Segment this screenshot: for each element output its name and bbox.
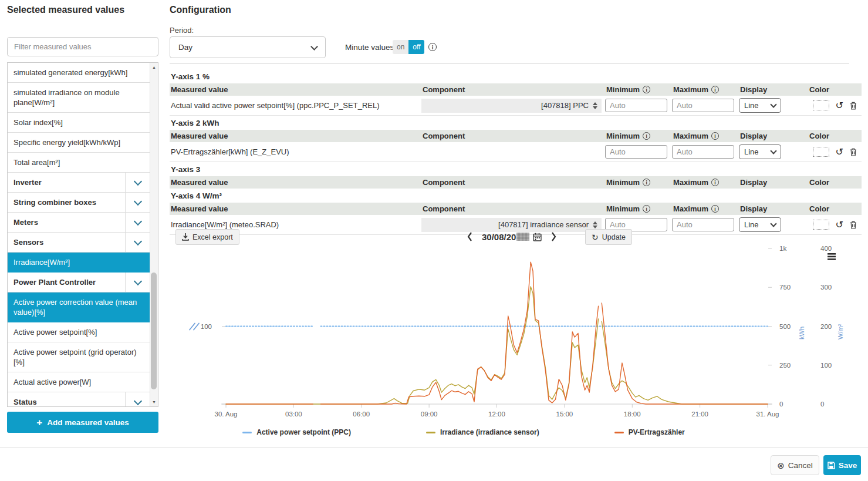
sidebar-item-simulated-generated-energy-kwh[interactable]: simulated generated energy[kWh] — [8, 63, 150, 83]
excel-export-button[interactable]: Excel export — [175, 229, 239, 245]
legend-label: PV-Ertragszähler — [629, 428, 685, 436]
expand-toggle[interactable] — [125, 213, 150, 232]
info-icon[interactable]: i — [711, 86, 719, 93]
sidebar-item-meters[interactable]: Meters — [8, 213, 150, 233]
filter-measured-values-input[interactable] — [7, 37, 158, 56]
plus-icon: + — [36, 418, 42, 428]
display-select[interactable]: Line — [739, 98, 781, 113]
col-component: Component — [421, 178, 605, 187]
delete-row-icon[interactable] — [850, 102, 857, 110]
reset-color-icon[interactable]: ↺ — [836, 147, 843, 157]
next-day-icon[interactable] — [550, 231, 557, 242]
save-button[interactable]: Save — [823, 455, 861, 475]
sidebar-item-active-power-setpoint-grid-operator[interactable]: Active power setpoint (grid operator)[%] — [8, 342, 150, 372]
expand-toggle[interactable] — [125, 173, 150, 192]
minimum-input[interactable] — [605, 145, 667, 159]
updown-icon — [593, 102, 597, 109]
kwh-tick-label: 1k — [779, 245, 786, 252]
toggle-on-option[interactable]: on — [393, 40, 408, 54]
reset-color-icon[interactable]: ↺ — [836, 101, 843, 110]
minute-values-toggle[interactable]: on off — [393, 40, 424, 54]
scrollbar-thumb[interactable] — [151, 273, 157, 389]
maximum-input[interactable] — [672, 218, 734, 231]
sidebar-item-specific-energy-yield-kwh-kwp[interactable]: Specific energy yield[kWh/kWp] — [8, 133, 150, 153]
color-swatch[interactable] — [813, 220, 829, 230]
update-button[interactable]: ↻ Update — [585, 229, 632, 245]
chevron-down-icon — [134, 217, 142, 226]
update-label: Update — [602, 233, 626, 241]
sidebar-item-simulated-irradiance-on-module-plane-w-m[interactable]: simulated irradiance on module plane[W/m… — [8, 83, 150, 113]
delete-row-icon[interactable] — [850, 221, 857, 229]
period-select[interactable]: Day — [170, 36, 326, 58]
maximum-input[interactable] — [672, 99, 734, 112]
sidebar-item-irradiance-w-m[interactable]: Irradiance[W/m²] — [8, 253, 150, 273]
scroll-down-icon[interactable]: ▼ — [150, 398, 158, 406]
sidebar-item-active-power-correction-value-mean-value[interactable]: Active power correction value (mean valu… — [8, 292, 150, 322]
toggle-off-option[interactable]: off — [408, 40, 424, 54]
display-select[interactable]: Line — [739, 217, 781, 232]
delete-row-icon[interactable] — [850, 148, 857, 156]
col-color: Color — [795, 204, 862, 213]
info-icon[interactable]: i — [643, 205, 650, 213]
previous-day-icon[interactable] — [467, 231, 473, 242]
chart-legend: Active power setpoint (PPC)Irradiance (i… — [182, 428, 745, 436]
reset-color-icon[interactable]: ↺ — [836, 220, 843, 230]
sidebar-item-total-area-m[interactable]: Total area[m²] — [8, 153, 150, 173]
col-component: Component — [421, 85, 605, 94]
display-select[interactable]: Line — [739, 144, 781, 159]
info-icon[interactable]: i — [643, 179, 650, 186]
legend-item-active-power-setpoint-ppc[interactable]: Active power setpoint (PPC) — [242, 428, 351, 436]
timeseries-chart[interactable]: 30. Aug03:0006:0009:0012:0015:0018:0021:… — [176, 245, 866, 423]
minimum-input[interactable] — [605, 99, 667, 112]
percent-tick-label: 100 — [201, 323, 212, 330]
info-icon[interactable]: i — [711, 179, 719, 186]
sidebar-item-power-plant-controller[interactable]: Power Plant Controller — [8, 273, 150, 292]
expand-toggle[interactable] — [125, 392, 150, 406]
legend-item-pv-ertragsz-hler[interactable]: PV-Ertragszähler — [614, 428, 685, 436]
chevron-down-icon — [134, 397, 142, 405]
sidebar-item-inverter[interactable]: Inverter — [8, 173, 150, 193]
add-measured-values-button[interactable]: + Add measured values — [7, 412, 158, 433]
list-item-label: Inverter — [8, 173, 125, 192]
calendar-icon[interactable] — [533, 233, 542, 241]
chevron-down-icon — [770, 220, 776, 227]
color-swatch[interactable] — [813, 147, 829, 157]
chart-menu-icon[interactable] — [828, 258, 836, 260]
axis-title-y-axis-2-kwh: Y-axis 2 kWh — [170, 116, 862, 130]
scroll-up-icon[interactable]: ▲ — [150, 63, 158, 71]
period-value: Day — [178, 43, 192, 52]
excel-export-label: Excel export — [192, 233, 233, 241]
info-icon[interactable]: i — [711, 132, 719, 140]
series-pv-ertragsz-hler — [321, 262, 599, 404]
sidebar-item-string-combiner-boxes[interactable]: String combiner boxes — [8, 193, 150, 213]
series-pv-ertragsz-hler — [602, 303, 768, 404]
list-item-label: Solar index[%] — [8, 113, 150, 132]
info-icon[interactable]: i — [428, 43, 437, 51]
expand-toggle[interactable] — [125, 193, 150, 212]
col-maximum: Maximum i — [672, 178, 739, 187]
col-maximum: Maximum i — [672, 132, 739, 140]
chart-menu-icon[interactable] — [828, 253, 836, 255]
info-icon[interactable]: i — [711, 205, 719, 213]
list-scrollbar[interactable]: ▲ ▼ — [150, 63, 158, 406]
sidebar-item-sensors[interactable]: Sensors — [8, 233, 150, 253]
color-swatch[interactable] — [813, 100, 829, 110]
cancel-button[interactable]: ⊗ Cancel — [771, 455, 819, 475]
sidebar-item-active-power-setpoint[interactable]: Active power setpoint[%] — [8, 322, 150, 342]
expand-toggle[interactable] — [125, 233, 150, 252]
legend-item-irradiance-irradiance-sensor[interactable]: Irradiance (irradiance sensor) — [426, 428, 539, 436]
col-display: Display — [739, 178, 795, 187]
x-tick-label: 03:00 — [285, 411, 302, 418]
sidebar-item-solar-index[interactable]: Solar index[%] — [8, 113, 150, 133]
list-item-label: Status — [8, 392, 125, 406]
chart-menu-icon[interactable] — [828, 256, 836, 258]
col-color: Color — [795, 178, 862, 187]
sidebar-item-status[interactable]: Status — [8, 392, 150, 406]
info-icon[interactable]: i — [643, 86, 650, 93]
sidebar-item-actual-active-power-w[interactable]: Actual active power[W] — [8, 372, 150, 392]
component-select[interactable]: [407818] PPC — [421, 99, 602, 113]
date-display[interactable]: 30/08/20 — [482, 232, 542, 242]
maximum-input[interactable] — [672, 145, 734, 159]
expand-toggle[interactable] — [125, 273, 150, 292]
info-icon[interactable]: i — [643, 132, 650, 140]
